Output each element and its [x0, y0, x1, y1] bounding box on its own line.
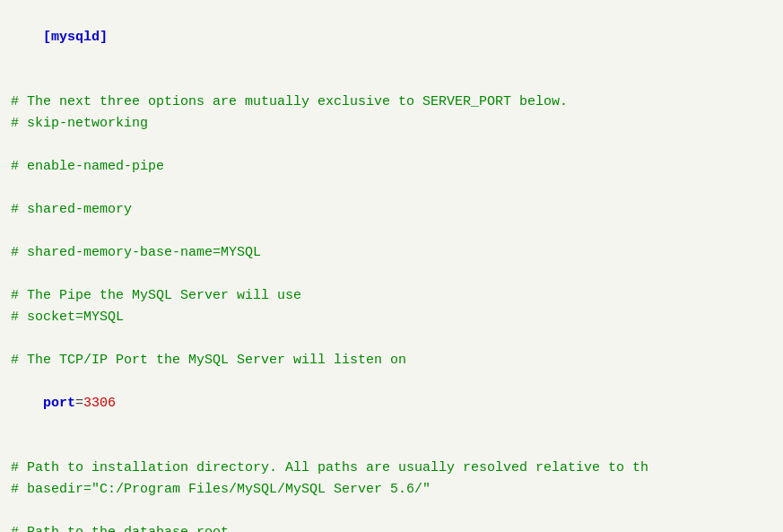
blank-line-3: [11, 178, 772, 199]
comment-line-3: # enable-named-pipe: [11, 156, 772, 178]
blank-line-8: [11, 501, 772, 522]
port-line: port=3306: [11, 371, 772, 436]
blank-line-4: [11, 221, 772, 242]
section-header-line: [mysqld]: [11, 5, 772, 70]
blank-line-6: [11, 328, 772, 350]
blank-line-2: [11, 135, 772, 156]
comment-line-11: # Path to the database root: [11, 522, 772, 532]
comment-line-5: # shared-memory-base-name=MYSQL: [11, 242, 772, 264]
blank-line-1: [11, 70, 772, 92]
port-value: 3306: [83, 396, 116, 411]
port-equals: =: [75, 396, 83, 411]
blank-line-5: [11, 264, 772, 285]
comment-line-9: # Path to installation directory. All pa…: [11, 458, 772, 479]
port-key: port: [43, 396, 75, 411]
comment-line-7: # socket=MYSQL: [11, 307, 772, 328]
blank-line-7: [11, 436, 772, 458]
comment-line-1: # The next three options are mutually ex…: [11, 92, 772, 113]
comment-line-8: # The TCP/IP Port the MySQL Server will …: [11, 350, 772, 371]
comment-line-6: # The Pipe the MySQL Server will use: [11, 285, 772, 307]
section-header: [mysqld]: [43, 30, 108, 45]
code-editor: [mysqld] # The next three options are mu…: [0, 0, 783, 532]
comment-line-2: # skip-networking: [11, 113, 772, 135]
comment-line-4: # shared-memory: [11, 199, 772, 221]
comment-line-10: # basedir="C:/Program Files/MySQL/MySQL …: [11, 479, 772, 501]
